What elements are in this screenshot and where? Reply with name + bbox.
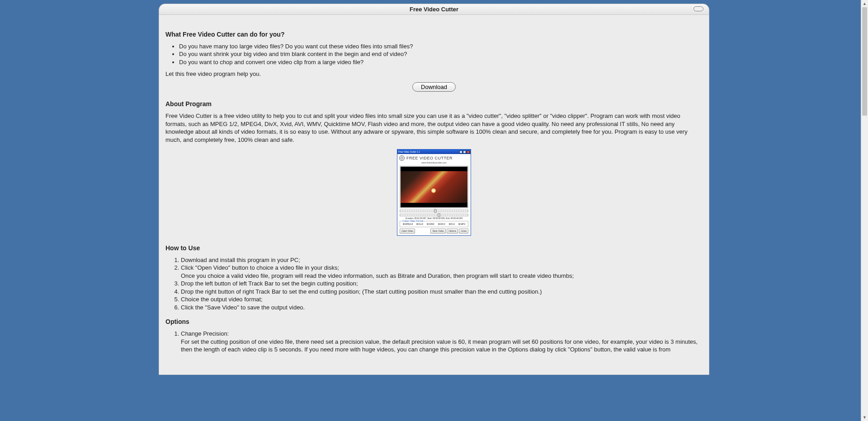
page-content: What Free Video Cutter can do for you? D… bbox=[159, 15, 709, 374]
section-heading-options: Options bbox=[165, 318, 703, 326]
ss-close-button: Close bbox=[459, 229, 468, 234]
page-scrollbar[interactable]: ▲ ▼ bbox=[861, 0, 868, 421]
ss-options-button: Options bbox=[447, 229, 458, 234]
program-screenshot: Free Video Cutter 1.1 FREE VIDEO CUTTER … bbox=[397, 149, 471, 235]
list-item: Choice the output video format; bbox=[181, 295, 703, 304]
ss-brand-text: FREE VIDEO CUTTER bbox=[406, 155, 453, 161]
maximize-icon bbox=[463, 150, 466, 154]
radio-icon bbox=[416, 223, 418, 225]
ss-video-frame bbox=[401, 171, 467, 203]
ss-url: www.freevideocutter.com bbox=[397, 161, 471, 164]
ss-logo-icon bbox=[399, 155, 405, 161]
ss-video-panel bbox=[400, 166, 468, 208]
ss-open-button: Open Video bbox=[400, 229, 415, 234]
list-item: Change Precision: For set the cutting po… bbox=[181, 330, 703, 354]
window-titlebar: Free Video Cutter bbox=[159, 4, 709, 15]
about-paragraph: Free Video Cutter is a free video utilit… bbox=[165, 112, 703, 144]
radio-icon bbox=[449, 223, 451, 225]
scroll-thumb[interactable] bbox=[862, 7, 867, 116]
radio-icon bbox=[403, 223, 405, 225]
list-item: Click "Open Video" button to choice a vi… bbox=[181, 264, 703, 280]
bullet-item: Do you want shrink your big video and tr… bbox=[179, 50, 703, 58]
section-heading-whatcan: What Free Video Cutter can do for you? bbox=[165, 30, 703, 39]
app-window: Free Video Cutter What Free Video Cutter… bbox=[159, 4, 709, 375]
radio-icon bbox=[438, 223, 440, 225]
radio-icon bbox=[427, 223, 429, 225]
intro-closing: Let this free video program help you. bbox=[165, 70, 703, 78]
bullet-item: Do you have many too large video files? … bbox=[179, 42, 703, 51]
ss-trackbar-bottom bbox=[400, 214, 468, 216]
window-title: Free Video Cutter bbox=[410, 6, 458, 13]
scroll-up-icon[interactable]: ▲ bbox=[861, 0, 868, 7]
ss-output-format-group: Output Video Format MPEG4 DivX WMV MOV F… bbox=[400, 221, 468, 227]
ss-trackbar-top bbox=[400, 210, 468, 212]
intro-bullet-list: Do you have many too large video files? … bbox=[179, 42, 703, 66]
list-item: Download and install this program in you… bbox=[181, 256, 703, 264]
close-icon bbox=[467, 150, 470, 154]
section-heading-howto: How to Use bbox=[165, 244, 703, 253]
ss-title: Free Video Cutter 1.1 bbox=[398, 150, 420, 154]
options-list: Change Precision: For set the cutting po… bbox=[181, 330, 703, 354]
download-button[interactable]: Download bbox=[412, 82, 456, 92]
window-control-icon[interactable] bbox=[693, 6, 703, 11]
howto-list: Download and install this program in you… bbox=[181, 256, 703, 312]
ss-save-button: Save Video bbox=[430, 229, 445, 234]
list-item: Click the "Save Video" to save the outpu… bbox=[181, 304, 703, 312]
ss-titlebar: Free Video Cutter 1.1 bbox=[397, 150, 471, 154]
scroll-down-icon[interactable]: ▼ bbox=[861, 414, 868, 421]
ss-group-label: Output Video Format bbox=[402, 220, 424, 223]
list-item: Drop the left button of left Track Bar t… bbox=[181, 280, 703, 288]
minimize-icon bbox=[459, 150, 462, 154]
list-item: Drop the right button of right Track Bar… bbox=[181, 288, 703, 296]
radio-icon bbox=[458, 223, 460, 225]
section-heading-about: About Program bbox=[165, 100, 703, 108]
bullet-item: Do you want to chop and convert one vide… bbox=[179, 58, 703, 66]
